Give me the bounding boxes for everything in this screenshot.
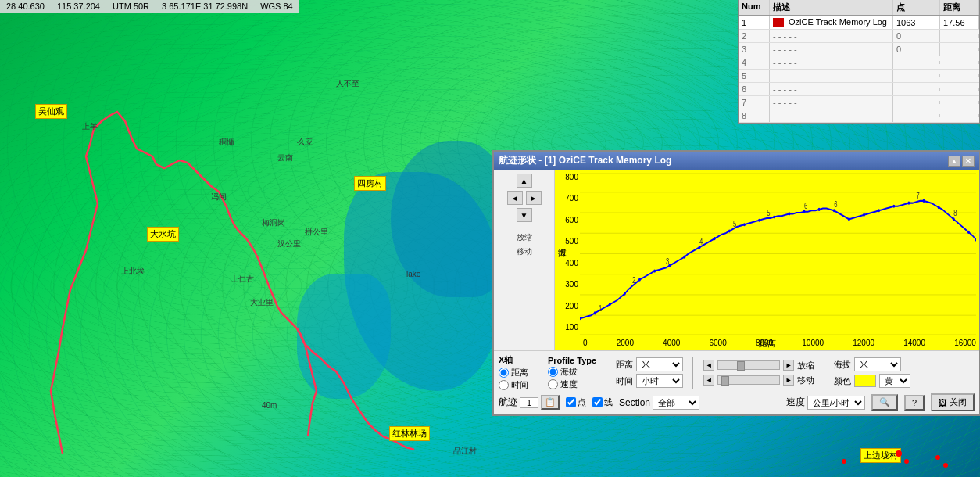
zoom-thumb (737, 361, 745, 371)
move-right-btn[interactable]: ► (783, 375, 794, 386)
zoom-slider[interactable] (717, 360, 780, 370)
radio-time[interactable] (499, 380, 509, 390)
coords-bar: 28 40.630 115 37.204 UTM 50R 3 65.171E 3… (0, 0, 299, 13)
radio-distance-item[interactable]: 距离 (499, 367, 528, 378)
speed-unit-select[interactable]: 公里/小时 (807, 396, 865, 410)
svg-text:1: 1 (599, 303, 602, 313)
row1-dist: 17.56 (940, 16, 979, 29)
svg-text:8: 8 (953, 208, 957, 218)
color-select[interactable]: 黄 (879, 374, 910, 388)
dist-unit-select[interactable]: 米 (636, 357, 683, 371)
radio-sealevel-item[interactable]: 海拔 (548, 366, 596, 378)
radio-speed-label: 速度 (560, 378, 578, 390)
color-swatch[interactable] (854, 375, 876, 387)
svg-point-17 (609, 303, 611, 306)
line-checkbox-item[interactable]: 线 (592, 396, 613, 408)
sealevel-unit-row: 海拔 米 (834, 357, 910, 371)
map-label-honglin: 红林林场 (389, 426, 430, 441)
coord-utm-coords: 3 65.171E 31 72.998N (162, 2, 248, 11)
titlebar-up-btn[interactable]: ▲ (948, 156, 960, 167)
color-group: 海拔 米 颜色 黄 (834, 357, 910, 388)
water-area-2 (297, 274, 391, 399)
x-axis-label-text: X轴 (499, 354, 528, 366)
close-btn[interactable]: 🖼 关闭 (931, 393, 975, 411)
radio-time-item[interactable]: 时间 (499, 379, 528, 391)
radio-sealevel[interactable] (548, 367, 558, 377)
search-action-btn[interactable]: 🔍 (871, 394, 898, 411)
help-btn[interactable]: ? (904, 395, 925, 411)
time-label: 时间 (616, 375, 633, 387)
zoom-left-btn[interactable]: ◄ (703, 360, 714, 371)
separator-3 (692, 357, 693, 389)
profile-type-group: Profile Type 海拔 速度 (548, 356, 596, 390)
titlebar-buttons: ▲ ✕ (948, 156, 975, 167)
svg-point-34 (863, 213, 865, 217)
scroll-right-btn[interactable]: ► (526, 191, 542, 205)
map-label-sifangcun: 四房村 (354, 176, 386, 191)
track-number-input[interactable] (520, 397, 538, 408)
svg-point-22 (683, 256, 685, 259)
move-left-btn[interactable]: ◄ (703, 375, 714, 386)
track-row-8[interactable]: 8- - - - - (739, 109, 979, 123)
col-num: Num (739, 0, 770, 15)
svg-point-40 (953, 217, 955, 221)
track-row-2[interactable]: 2 - - - - - 0 (739, 30, 979, 43)
map-label-shangbiankeng: 上边垅村 (860, 448, 901, 463)
track-panel-header: Num 描述 点 距离 (739, 0, 979, 16)
dialog-content: ▲ ◄ ► ▼ 放缩 移动 海拔 800 700 600 500 400 30 (494, 170, 979, 350)
col-desc: 描述 (770, 0, 893, 15)
map-label-hangongli: 汉公里 (277, 238, 301, 249)
track-row-5[interactable]: 5- - - - - (739, 70, 979, 83)
point-checkbox[interactable] (566, 397, 576, 407)
titlebar-close-btn[interactable]: ✕ (962, 156, 975, 167)
row3-dist (940, 48, 979, 51)
track-selector-btn[interactable]: 📋 (541, 395, 560, 410)
close-label: 关闭 (950, 396, 967, 408)
zoom-right-btn[interactable]: ► (783, 360, 794, 371)
map-label-shangbeiai: 上北埃 (121, 266, 145, 277)
sealevel-unit-select[interactable]: 米 (854, 357, 901, 371)
row1-name: OziCE Track Memory Log (770, 16, 893, 29)
svg-point-19 (638, 278, 641, 282)
svg-point-33 (848, 217, 850, 221)
radio-speed[interactable] (548, 379, 558, 389)
track-row-3[interactable]: 3 - - - - - 0 (739, 43, 979, 56)
move-slider[interactable] (717, 375, 780, 385)
controls-row-2: 航迹 📋 点 线 Section 全部 (499, 393, 975, 411)
close-icon: 🖼 (939, 398, 947, 407)
svg-point-39 (938, 206, 940, 209)
radio-time-label: 时间 (511, 379, 528, 391)
map-label-wuxianguan: 吴仙观 (35, 104, 67, 119)
row1-points: 1063 (893, 16, 940, 29)
radio-distance[interactable] (499, 368, 509, 378)
track-label: 航迹 (499, 396, 517, 409)
elevation-chart-svg: 1 2 3 4 5 5 6 6 7 8 (580, 173, 976, 335)
section-select[interactable]: 全部 (653, 396, 699, 410)
separator-2 (606, 357, 606, 389)
line-checkbox[interactable] (592, 397, 603, 407)
x-axis-group: X轴 距离 时间 (499, 354, 528, 391)
radio-speed-item[interactable]: 速度 (548, 378, 596, 390)
col-points: 点 (893, 0, 940, 15)
point-checkbox-item[interactable]: 点 (566, 396, 586, 408)
track-row-4[interactable]: 4- - - - - (739, 56, 979, 70)
map-container: 28 40.630 115 37.204 UTM 50R 3 65.171E 3… (0, 0, 980, 477)
separator-1 (538, 357, 538, 389)
separator-4 (824, 357, 824, 389)
time-unit-select[interactable]: 小时 (636, 374, 683, 388)
map-label-pingongli: 拼公里 (305, 227, 328, 238)
dialog-bottom: X轴 距离 时间 Profile Type (494, 350, 979, 414)
track-row-1[interactable]: 1 OziCE Track Memory Log 1063 17.56 (739, 16, 979, 30)
row1-num: 1 (739, 16, 770, 29)
track-row-6[interactable]: 6- - - - - (739, 83, 979, 96)
scroll-up-btn[interactable]: ▲ (517, 174, 532, 188)
zoom-label-text: 放缩 (797, 360, 814, 371)
row2-dist (940, 34, 979, 38)
track-row-7[interactable]: 7- - - - - (739, 96, 979, 109)
svg-text:7: 7 (916, 191, 919, 201)
map-label-pinjiangcun: 品江村 (453, 446, 477, 457)
dist-label: 距离 (616, 359, 633, 371)
svg-text:5: 5 (767, 208, 770, 218)
scroll-down-btn[interactable]: ▼ (517, 208, 532, 222)
scroll-left-btn[interactable]: ◄ (507, 191, 523, 205)
